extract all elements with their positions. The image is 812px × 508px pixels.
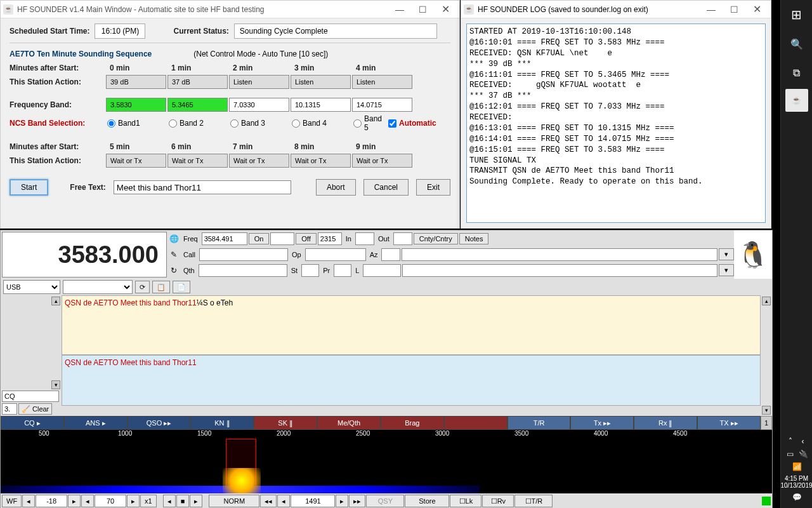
- macro-button[interactable]: [444, 416, 508, 430]
- band3-radio[interactable]: [230, 119, 239, 128]
- wifi-icon[interactable]: 📶: [792, 462, 801, 471]
- refresh-icon[interactable]: ⟳: [135, 281, 150, 293]
- maximize-button[interactable]: ☐: [411, 2, 434, 17]
- macro-button[interactable]: T/R: [508, 416, 571, 430]
- wf-val2[interactable]: 70: [95, 495, 126, 507]
- notes-input2[interactable]: [402, 264, 717, 277]
- copy-icon[interactable]: 📋: [152, 281, 170, 293]
- chevron-up-icon[interactable]: ˄: [786, 437, 795, 446]
- cnty-tab[interactable]: Cnty/Cntry: [414, 233, 458, 244]
- macro-button[interactable]: Tx ▸▸: [570, 416, 634, 430]
- next-icon[interactable]: ▸: [68, 495, 81, 507]
- scroll-down-icon[interactable]: ▾: [762, 406, 771, 415]
- num-input[interactable]: [2, 403, 17, 415]
- task-view-icon[interactable]: ⧉: [781, 58, 813, 88]
- mode-select[interactable]: USB: [3, 280, 60, 294]
- java-taskbar-icon[interactable]: ☕: [785, 89, 808, 112]
- macro-button[interactable]: Me/Qth: [317, 416, 381, 430]
- log-textarea[interactable]: STARTED AT 2019-10-13T16:10:00.148 @16:1…: [466, 23, 766, 223]
- power-icon[interactable]: 🔌: [799, 450, 808, 458]
- globe-icon[interactable]: 🌐: [168, 234, 180, 243]
- wf-val1[interactable]: -18: [36, 495, 67, 507]
- dropdown-icon[interactable]: ▾: [719, 264, 734, 276]
- notes-input[interactable]: [402, 248, 717, 261]
- on-input[interactable]: [270, 232, 294, 245]
- off-input[interactable]: [318, 232, 342, 245]
- minimize-button[interactable]: —: [388, 2, 411, 17]
- rx-pane[interactable]: QSN de AE7TO Meet this band Thor11¼S o e…: [62, 295, 761, 355]
- call-input[interactable]: [199, 248, 288, 261]
- macro-button[interactable]: ANS ▸: [64, 416, 128, 430]
- store-button[interactable]: Store: [405, 495, 449, 507]
- macro-button[interactable]: Brag: [381, 416, 444, 430]
- minimize-button[interactable]: —: [700, 2, 723, 17]
- chevron-left-icon[interactable]: ‹: [799, 437, 808, 446]
- exit-button[interactable]: Exit: [416, 179, 450, 196]
- tx-pane[interactable]: QSN de AE7TO Meet this band Thor11: [62, 355, 761, 406]
- l-input[interactable]: [363, 264, 401, 277]
- stop-icon[interactable]: ■: [176, 495, 190, 507]
- start-button[interactable]: ⊞: [781, 0, 813, 29]
- freq-input[interactable]: [202, 232, 247, 245]
- tray-time[interactable]: 4:15 PM: [781, 475, 813, 482]
- macro-button[interactable]: CQ ▸: [1, 416, 64, 430]
- band4-radio[interactable]: [292, 119, 300, 128]
- battery-icon[interactable]: ▭: [786, 450, 795, 458]
- waterfall[interactable]: 50010001500200025003000350040004500: [1, 430, 772, 493]
- az-input[interactable]: [381, 248, 400, 261]
- out-input[interactable]: [393, 232, 412, 245]
- lk-button[interactable]: ☐ Lk: [450, 495, 481, 507]
- cq-input[interactable]: [2, 391, 59, 402]
- refresh-icon[interactable]: ↻: [168, 266, 180, 275]
- skip-fwd-icon[interactable]: ▸▸: [349, 495, 365, 507]
- maximize-button[interactable]: ☐: [723, 2, 745, 17]
- qth-input[interactable]: [199, 264, 287, 277]
- scroll-up-icon[interactable]: ▴: [762, 297, 771, 305]
- in-input[interactable]: [355, 232, 374, 245]
- skip-back-icon[interactable]: ◂◂: [260, 495, 277, 507]
- on-button[interactable]: On: [249, 233, 270, 244]
- next-icon[interactable]: ▸: [336, 495, 348, 507]
- dropdown-icon[interactable]: ▾: [719, 248, 734, 260]
- clear-button[interactable]: 🧹 Clear: [18, 403, 52, 415]
- close-button[interactable]: ✕: [434, 2, 457, 17]
- macro-button[interactable]: QSO ▸▸: [128, 416, 191, 430]
- frequency-display[interactable]: 3583.000: [2, 232, 167, 277]
- tr-button[interactable]: ☐ T/R: [514, 495, 553, 507]
- band1-radio[interactable]: [107, 119, 115, 128]
- tray-date[interactable]: 10/13/2019: [781, 482, 813, 489]
- search-icon[interactable]: 🔍: [781, 29, 813, 58]
- abort-button[interactable]: Abort: [316, 179, 356, 196]
- close-button[interactable]: ✕: [745, 2, 768, 17]
- submode-select[interactable]: [63, 280, 133, 294]
- op-input[interactable]: [305, 248, 366, 261]
- notification-icon[interactable]: 💬: [792, 493, 801, 502]
- scroll-down-icon[interactable]: ▾: [51, 380, 60, 389]
- macro-button[interactable]: Rx ‖: [634, 416, 697, 430]
- prev-icon[interactable]: ◂: [81, 495, 94, 507]
- macro-button[interactable]: SK ‖: [254, 416, 317, 430]
- rv-button[interactable]: ☐ Rv: [482, 495, 514, 507]
- freetext-input[interactable]: [114, 180, 291, 194]
- off-button[interactable]: Off: [296, 233, 316, 244]
- automatic-checkbox[interactable]: [388, 119, 396, 128]
- pr-input[interactable]: [334, 264, 351, 277]
- prev-icon[interactable]: ◂: [22, 495, 35, 507]
- qsy-button[interactable]: QSY: [366, 495, 404, 507]
- cancel-button[interactable]: Cancel: [363, 179, 409, 196]
- start-button[interactable]: Start: [10, 179, 48, 196]
- cursor-value[interactable]: 1491: [291, 495, 335, 507]
- prev-icon[interactable]: ◂: [163, 495, 176, 507]
- wand-icon[interactable]: ✎: [168, 250, 180, 259]
- band5-radio[interactable]: [353, 119, 362, 128]
- macro-button[interactable]: KN ‖: [190, 416, 254, 430]
- notes-tab[interactable]: Notes: [459, 233, 489, 244]
- zoom-button[interactable]: x1: [140, 495, 157, 507]
- scroll-up-icon[interactable]: ▴: [51, 297, 60, 305]
- next-icon[interactable]: ▸: [190, 495, 202, 507]
- prev-icon[interactable]: ◂: [277, 495, 290, 507]
- macro-page-num[interactable]: 1: [761, 416, 772, 430]
- wf-button[interactable]: WF: [2, 495, 22, 507]
- doc-icon[interactable]: 📄: [173, 281, 190, 293]
- macro-button[interactable]: TX ▸▸: [697, 416, 761, 430]
